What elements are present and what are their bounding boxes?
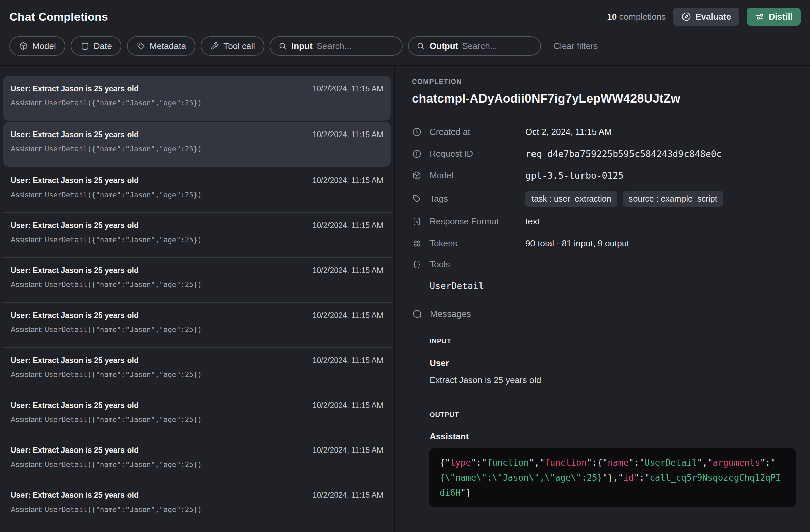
filter-tool-call[interactable]: Tool call (201, 36, 264, 56)
row-assistant-text: Assistant: UserDetail({"name":"Jason","a… (11, 190, 383, 199)
detail-row-tags: Tags task : user_extraction source : exa… (412, 186, 795, 211)
row-assistant-code: UserDetail({"name":"Jason","age":25}) (45, 236, 202, 244)
row-assistant-text: Assistant: UserDetail({"name":"Jason","a… (11, 415, 383, 424)
braces-icon (412, 260, 430, 269)
row-user-text: User: Extract Jason is 25 years old (11, 401, 139, 410)
created-at-label: Created at (430, 127, 525, 137)
model-value: gpt-3.5-turbo-0125 (525, 170, 795, 181)
assistant-role-label: Assistant (430, 431, 795, 442)
output-search-field[interactable] (462, 41, 533, 51)
search-icon (416, 41, 425, 51)
row-assistant-code: UserDetail({"name":"Jason","age":25}) (45, 145, 202, 153)
page-title: Chat Completions (10, 11, 108, 23)
tag-badge: source : example_script (623, 191, 724, 206)
input-section-label: INPUT (430, 337, 795, 345)
row-assistant-text: Assistant: UserDetail({"name":"Jason","a… (11, 370, 383, 379)
input-search-field[interactable] (317, 41, 394, 51)
response-format-label: Response Format (430, 216, 525, 227)
detail-row-created-at: Created at Oct 2, 2024, 11:15 AM (412, 121, 795, 143)
wrench-icon (210, 41, 220, 51)
row-assistant-prefix: Assistant: (11, 370, 45, 379)
row-assistant-text: Assistant: UserDetail({"name":"Jason","a… (11, 505, 383, 514)
request-id-label: Request ID (430, 149, 525, 159)
row-assistant-prefix: Assistant: (11, 460, 45, 469)
detail-row-model: Model gpt-3.5-turbo-0125 (412, 165, 795, 186)
row-timestamp: 10/2/2024, 11:15 AM (312, 401, 383, 410)
row-assistant-code: UserDetail({"name":"Jason","age":25}) (45, 99, 202, 107)
row-assistant-prefix: Assistant: (11, 99, 45, 107)
row-assistant-code: UserDetail({"name":"Jason","age":25}) (45, 416, 202, 423)
created-at-value: Oct 2, 2024, 11:15 AM (525, 127, 795, 137)
row-timestamp: 10/2/2024, 11:15 AM (312, 130, 383, 139)
messages-header: Messages (412, 304, 795, 324)
sliders-icon (755, 12, 765, 22)
row-user-text: User: Extract Jason is 25 years old (11, 491, 139, 500)
cube-icon (19, 41, 28, 51)
row-assistant-code: UserDetail({"name":"Jason","age":25}) (45, 505, 202, 514)
row-assistant-prefix: Assistant: (11, 235, 45, 244)
row-timestamp: 10/2/2024, 11:15 AM (312, 311, 383, 320)
completions-count: 10 completions (607, 12, 666, 22)
row-timestamp: 10/2/2024, 11:15 AM (312, 176, 383, 185)
filter-model-label: Model (32, 41, 56, 51)
row-assistant-text: Assistant: UserDetail({"name":"Jason","a… (11, 235, 383, 244)
tools-label: Tools (430, 259, 525, 270)
row-assistant-prefix: Assistant: (11, 190, 45, 199)
row-assistant-text: Assistant: UserDetail({"name":"Jason","a… (11, 99, 383, 107)
completion-row[interactable]: User: Extract Jason is 25 years old 10/2… (3, 122, 391, 167)
response-format-value: text (525, 216, 795, 227)
completion-row[interactable]: User: Extract Jason is 25 years old 10/2… (3, 482, 391, 527)
completions-list: User: Extract Jason is 25 years old 10/2… (0, 66, 394, 532)
row-timestamp: 10/2/2024, 11:15 AM (312, 446, 383, 455)
filter-date-label: Date (94, 41, 112, 51)
completion-row[interactable]: User: Extract Jason is 25 years old 10/2… (3, 76, 391, 121)
response-format-icon (412, 217, 430, 227)
row-assistant-prefix: Assistant: (11, 326, 45, 334)
evaluate-button[interactable]: Evaluate (673, 8, 739, 26)
row-user-text: User: Extract Jason is 25 years old (11, 221, 139, 230)
row-timestamp: 10/2/2024, 11:15 AM (312, 84, 383, 93)
input-search-label: Input (291, 41, 313, 51)
row-user-text: User: Extract Jason is 25 years old (11, 266, 139, 275)
detail-row-tools: Tools (412, 254, 795, 275)
input-search[interactable]: Input (270, 36, 403, 56)
row-assistant-code: UserDetail({"name":"Jason","age":25}) (45, 461, 202, 469)
completion-row[interactable]: User: Extract Jason is 25 years old 10/2… (3, 302, 391, 348)
filter-date[interactable]: Date (71, 36, 122, 56)
row-user-text: User: Extract Jason is 25 years old (11, 311, 139, 320)
evaluate-button-label: Evaluate (695, 12, 731, 22)
completion-row[interactable]: User: Extract Jason is 25 years old 10/2… (3, 393, 391, 437)
chat-bubble-icon (412, 309, 422, 319)
row-timestamp: 10/2/2024, 11:15 AM (312, 221, 383, 230)
cube-icon (412, 171, 430, 181)
completion-row[interactable]: User: Extract Jason is 25 years old 10/2… (3, 213, 391, 257)
row-timestamp: 10/2/2024, 11:15 AM (312, 266, 383, 275)
output-search[interactable]: Output (408, 36, 541, 56)
row-assistant-text: Assistant: UserDetail({"name":"Jason","a… (11, 326, 383, 334)
clear-filters-link[interactable]: Clear filters (554, 41, 598, 51)
row-user-text: User: Extract Jason is 25 years old (11, 446, 139, 455)
completion-row[interactable]: User: Extract Jason is 25 years old 10/2… (3, 437, 391, 482)
filter-metadata[interactable]: Metadata (127, 36, 195, 56)
filter-model[interactable]: Model (10, 36, 65, 56)
detail-row-tokens: Tokens 90 total · 81 input, 9 output (412, 232, 795, 254)
tokens-label: Tokens (430, 238, 525, 249)
tokens-grid-icon (412, 238, 430, 248)
row-assistant-prefix: Assistant: (11, 280, 45, 289)
tokens-value: 90 total · 81 input, 9 output (525, 238, 795, 249)
row-assistant-text: Assistant: UserDetail({"name":"Jason","a… (11, 460, 383, 469)
info-icon (412, 149, 430, 159)
completion-row[interactable]: User: Extract Jason is 25 years old 10/2… (3, 257, 391, 302)
output-search-label: Output (430, 41, 458, 51)
completion-row[interactable]: User: Extract Jason is 25 years old 10/2… (3, 348, 391, 393)
calendar-icon (80, 41, 90, 51)
row-assistant-prefix: Assistant: (11, 415, 45, 423)
row-assistant-code: UserDetail({"name":"Jason","age":25}) (45, 371, 202, 379)
row-assistant-code: UserDetail({"name":"Jason","age":25}) (45, 191, 202, 199)
evaluate-icon (681, 12, 691, 22)
filter-tool-call-label: Tool call (224, 41, 255, 51)
distill-button[interactable]: Distill (747, 8, 800, 26)
completion-row[interactable]: User: Extract Jason is 25 years old 10/2… (3, 168, 391, 213)
completions-count-label: completions (619, 12, 666, 22)
completions-count-number: 10 (607, 12, 617, 22)
